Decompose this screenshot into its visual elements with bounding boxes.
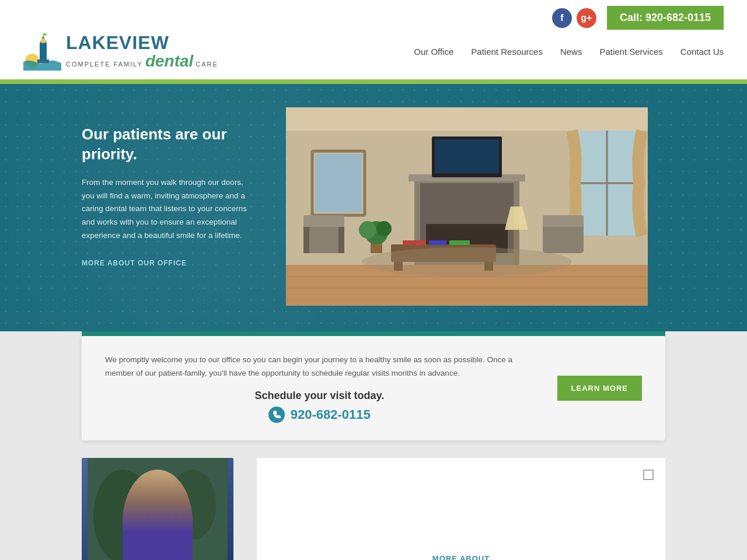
header: f g+ Call: 920-682-0115 (0, 0, 747, 84)
svg-rect-27 (338, 227, 344, 253)
phone-number: 920-682-0115 (291, 407, 371, 422)
svg-point-45 (169, 470, 216, 540)
content-card: MORE ABOUT (257, 458, 665, 560)
svg-rect-24 (303, 224, 344, 253)
hero-title: Our patients are our priority. (82, 125, 251, 164)
svg-rect-47 (131, 521, 184, 527)
facebook-icon[interactable]: f (552, 8, 572, 28)
svg-rect-4 (37, 60, 49, 63)
main-nav: Our Office Patient Resources News Patien… (414, 47, 724, 57)
staff-photo-svg (82, 458, 233, 560)
googleplus-icon[interactable]: g+ (577, 8, 596, 28)
hero-office-image (268, 107, 665, 308)
staff-card (82, 458, 233, 560)
welcome-text-area: We promptly welcome you to our office so… (105, 354, 534, 423)
bottom-section: MORE ABOUT (0, 440, 747, 560)
call-button[interactable]: Call: 920-682-0115 (607, 6, 724, 30)
svg-point-51 (149, 499, 153, 505)
svg-rect-26 (303, 227, 309, 253)
welcome-section: We promptly welcome you to our office so… (82, 336, 665, 440)
header-main: LAKEVIEW COMPLETE FAMILY dental CARE Our… (23, 33, 724, 79)
svg-rect-1 (40, 43, 47, 61)
logo-lighthouse-icon (23, 33, 61, 71)
teal-accent-bar (82, 331, 665, 336)
svg-rect-25 (303, 215, 344, 227)
svg-point-42 (362, 247, 572, 276)
logo-text-area: LAKEVIEW COMPLETE FAMILY dental CARE (66, 33, 218, 71)
office-interior-svg (268, 107, 665, 306)
svg-rect-29 (543, 215, 584, 227)
nav-item-patient-services[interactable]: Patient Services (599, 47, 662, 57)
svg-point-44 (93, 470, 152, 560)
svg-rect-18 (435, 139, 499, 173)
svg-point-38 (359, 221, 376, 239)
schedule-title: Schedule your visit today. (105, 390, 534, 402)
logo-dental-text: dental (145, 52, 193, 71)
phone-icon (268, 407, 285, 423)
svg-point-52 (162, 499, 166, 505)
svg-rect-35 (449, 240, 470, 245)
nav-item-news[interactable]: News (560, 47, 582, 57)
hero-description: From the moment you walk through our doo… (82, 176, 251, 243)
phone-svg-icon (273, 411, 281, 419)
hero-text-area: Our patients are our priority. From the … (82, 107, 268, 308)
nav-item-patient-resources[interactable]: Patient Resources (471, 47, 543, 57)
logo-care-text: CARE (196, 61, 218, 68)
staff-photo (82, 458, 233, 560)
svg-rect-28 (543, 224, 584, 253)
more-about-office-link[interactable]: MORE ABOUT OUR OFFICE (82, 259, 187, 267)
nav-item-our-office[interactable]: Our Office (414, 47, 453, 57)
header-top: f g+ Call: 920-682-0115 (23, 0, 724, 33)
logo-sub-text: COMPLETE FAMILY (66, 61, 143, 68)
svg-rect-33 (403, 240, 426, 245)
svg-point-49 (140, 484, 175, 523)
hero-section: Our patients are our priority. From the … (0, 84, 747, 331)
content-checkbox[interactable] (643, 470, 654, 480)
svg-rect-8 (286, 107, 648, 131)
logo: LAKEVIEW COMPLETE FAMILY dental CARE (23, 33, 218, 71)
phone-display: 920-682-0115 (105, 407, 534, 423)
welcome-text: We promptly welcome you to our office so… (105, 354, 534, 380)
learn-more-button[interactable]: LEARN MORE (557, 376, 642, 401)
svg-rect-48 (151, 509, 165, 524)
svg-marker-6 (43, 33, 48, 36)
more-about-link[interactable]: MORE ABOUT (432, 554, 490, 560)
svg-rect-22 (315, 154, 362, 212)
svg-rect-34 (429, 240, 446, 245)
svg-point-50 (139, 478, 176, 502)
logo-main-text: LAKEVIEW (66, 33, 169, 52)
svg-rect-46 (134, 522, 181, 560)
svg-point-3 (41, 38, 46, 43)
svg-point-39 (376, 221, 392, 236)
nav-item-contact-us[interactable]: Contact Us (680, 47, 724, 57)
